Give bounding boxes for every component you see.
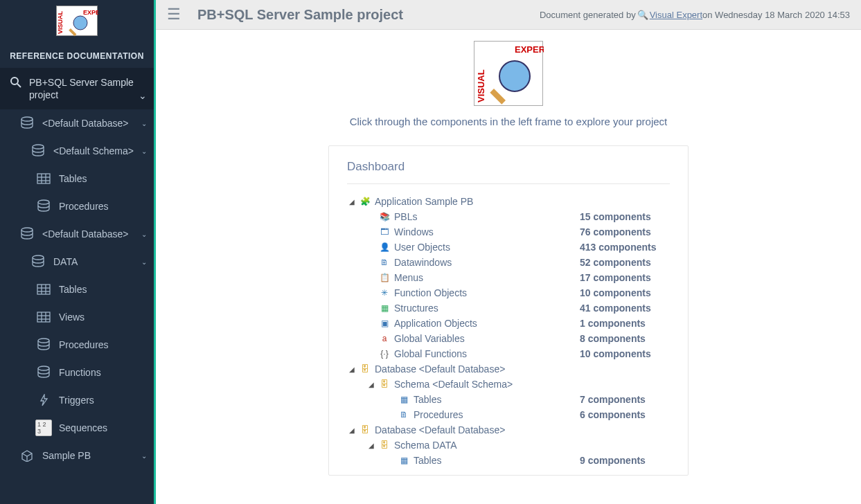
dw-icon: 🗎 <box>379 257 390 268</box>
tree-row[interactable]: ◢🗄Schema <Default Schema> <box>347 377 670 392</box>
twisty-icon[interactable]: ◢ <box>347 366 357 373</box>
seq-icon: 1 2 3 <box>35 421 52 435</box>
db-icon <box>30 255 46 269</box>
sidebar-item-0[interactable]: <Default Database>⌄ <box>0 109 154 137</box>
sidebar: EXPERTVISUAL REFERENCE DOCUMENTATION PB+… <box>0 0 156 504</box>
tree-row[interactable]: ▦Tables9 components <box>347 453 670 468</box>
tree-row[interactable]: ▣Application Objects1 components <box>347 316 670 331</box>
usr-icon: 👤 <box>379 242 390 253</box>
tree-row[interactable]: 🗎Procedures6 components <box>347 407 670 422</box>
tree-row[interactable]: {·}Global Functions10 components <box>347 346 670 361</box>
tree-row[interactable]: ◢🧩Application Sample PB <box>347 194 670 209</box>
appobj-icon: ▣ <box>379 318 390 329</box>
sidebar-item-12[interactable]: Sample PB⌄ <box>0 442 154 469</box>
sidebar-item-8[interactable]: Procedures <box>0 331 154 359</box>
tree-row[interactable]: ▦Structures41 components <box>347 300 670 316</box>
sidebar-item-3[interactable]: Procedures <box>0 192 154 220</box>
tree-row[interactable]: 🗔Windows76 components <box>347 224 670 240</box>
chevron-down-icon: ⌄ <box>141 258 147 266</box>
sidebar-item-label: Procedures <box>59 201 147 212</box>
tree-item-name: Schema <Default Schema> <box>394 379 513 390</box>
tree-item-name: Global Functions <box>394 348 467 359</box>
tree-item-name: PBLs <box>394 211 417 222</box>
table-icon <box>35 172 52 186</box>
tree-row[interactable]: 📋Menus17 components <box>347 270 670 285</box>
twisty-icon[interactable]: ◢ <box>347 426 357 434</box>
sidebar-logo: EXPERTVISUAL <box>0 0 154 44</box>
tree-item-name: Datawindows <box>394 257 452 268</box>
tree-item-name: Application Objects <box>394 318 477 329</box>
tree-item-count: 9 components <box>573 455 670 466</box>
chevron-down-icon: ⌄ <box>139 90 147 101</box>
twisty-icon[interactable]: ◢ <box>366 442 376 449</box>
generated-by: Document generated by 🔍 Visual Expert on… <box>540 10 850 20</box>
tree-row[interactable]: ▦Tables7 components <box>347 392 670 407</box>
sidebar-nav: <Default Database>⌄<Default Schema>⌄Tabl… <box>0 109 154 504</box>
tree-row[interactable]: aGlobal Variables8 components <box>347 331 670 346</box>
tree-row[interactable]: 🗎Datawindows52 components <box>347 255 670 270</box>
svg-rect-31 <box>490 89 506 105</box>
sidebar-item-9[interactable]: Functions <box>0 359 154 386</box>
svg-rect-8 <box>37 174 50 183</box>
win-icon: 🗔 <box>379 226 390 237</box>
content: EXPERTVISUAL Click through the component… <box>156 30 861 487</box>
hamburger-icon[interactable]: ☰ <box>167 6 181 24</box>
tree-row[interactable]: ✳Function Objects10 components <box>347 285 670 300</box>
sidebar-item-11[interactable]: 1 2 3Sequences <box>0 414 154 442</box>
sidebar-item-6[interactable]: Tables <box>0 276 154 303</box>
logo-image: EXPERTVISUAL <box>56 6 98 36</box>
tree-item-count: 76 components <box>573 226 670 237</box>
tree-item-count: 15 components <box>573 211 670 222</box>
sidebar-item-label: Tables <box>59 284 147 295</box>
sidebar-project[interactable]: PB+SQL Server Sample project ⌄ <box>0 68 154 109</box>
sidebar-item-label: Tables <box>59 173 147 184</box>
svg-point-26 <box>38 339 49 343</box>
sidebar-item-2[interactable]: Tables <box>0 165 154 192</box>
tree-item-count: 17 components <box>573 272 670 283</box>
svg-point-7 <box>33 145 44 149</box>
svg-rect-21 <box>37 312 50 322</box>
sidebar-item-label: Triggers <box>59 395 147 406</box>
pbl-icon: 📚 <box>379 211 390 222</box>
sidebar-item-label: <Default Schema> <box>53 145 141 156</box>
twisty-icon[interactable]: ◢ <box>366 381 376 388</box>
svg-text:VISUAL: VISUAL <box>476 69 486 102</box>
sidebar-item-7[interactable]: Views <box>0 303 154 331</box>
svg-line-5 <box>17 84 21 87</box>
chevron-down-icon: ⌄ <box>141 231 147 238</box>
tree-row[interactable]: 👤User Objects413 components <box>347 240 670 255</box>
tree-item-name: Function Objects <box>394 287 467 298</box>
dbcube-icon: 🗄 <box>360 363 371 375</box>
tree-row[interactable]: 📚PBLs15 components <box>347 209 670 224</box>
fn-icon <box>35 366 52 379</box>
gvar-icon: a <box>379 333 390 344</box>
sidebar-item-label: DATA <box>53 256 141 267</box>
search-small-icon: 🔍 <box>637 10 648 20</box>
tree-item-count: 52 components <box>573 257 670 268</box>
tree-row[interactable]: ◢🗄Database <Default Database> <box>347 422 670 438</box>
main: ☰ PB+SQL Server Sample project Document … <box>156 0 861 504</box>
visual-expert-link[interactable]: Visual Expert <box>650 10 702 20</box>
tree-row[interactable]: ◢🗄Database <Default Database> <box>347 361 670 377</box>
sidebar-item-4[interactable]: <Default Database>⌄ <box>0 220 154 248</box>
dbcube-icon: 🗄 <box>379 440 390 451</box>
sidebar-item-5[interactable]: DATA⌄ <box>0 248 154 276</box>
tree-item-name: Windows <box>394 226 434 237</box>
db-icon <box>19 227 35 241</box>
tree-item-count: 1 components <box>573 318 670 329</box>
sidebar-item-10[interactable]: Triggers <box>0 386 154 414</box>
tree-item-count: 6 components <box>573 409 670 420</box>
tree-row[interactable]: ◢🗄Schema DATA <box>347 438 670 453</box>
tree-item-name: Tables <box>414 455 441 466</box>
sidebar-item-label: Procedures <box>59 339 147 350</box>
tree-item-count: 10 components <box>573 348 670 359</box>
tree-item-name: Application Sample PB <box>375 196 473 207</box>
twisty-icon[interactable]: ◢ <box>347 198 357 206</box>
menu-icon: 📋 <box>379 272 390 283</box>
db-icon <box>35 338 52 352</box>
sidebar-item-1[interactable]: <Default Schema>⌄ <box>0 137 154 165</box>
svg-text:EXPERT: EXPERT <box>515 44 544 55</box>
table-icon <box>35 282 52 296</box>
svg-point-15 <box>33 255 44 260</box>
topbar: ☰ PB+SQL Server Sample project Document … <box>156 0 861 30</box>
